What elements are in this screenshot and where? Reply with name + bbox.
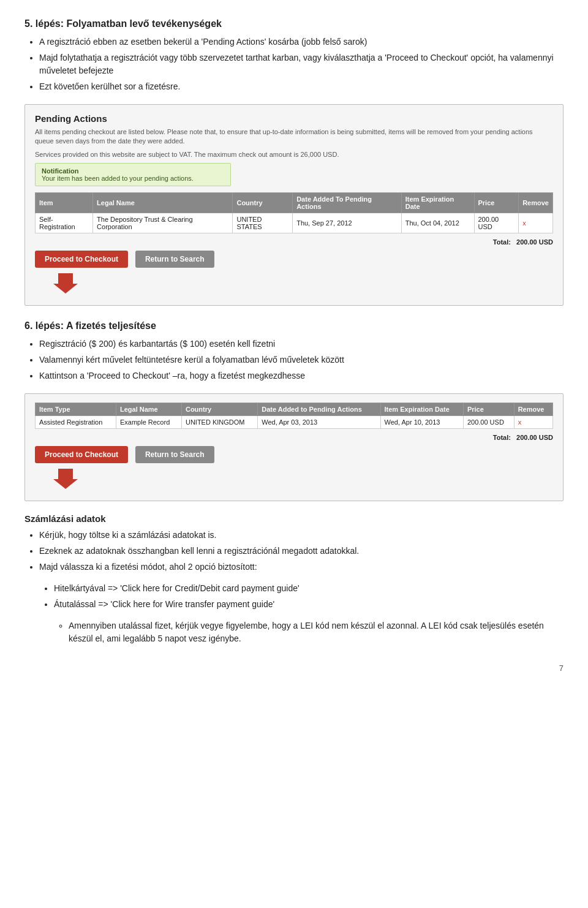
- total-label-1: Total:: [493, 238, 511, 246]
- billing-bullet-1: Kérjük, hogy töltse ki a számlázási adat…: [39, 529, 564, 542]
- billing-sub-bullet-2: Átutalással => 'Click here for Wire tran…: [54, 598, 564, 611]
- col2-price: Price: [463, 403, 514, 416]
- col-item: Item: [36, 193, 93, 213]
- cell-country: UNITED STATES: [233, 213, 293, 233]
- pending-box-desc1: All items pending checkout are listed be…: [35, 127, 553, 146]
- billing-bullet-3: Majd válassza ki a fizetési módot, ahol …: [39, 561, 564, 573]
- col-legal-name: Legal Name: [93, 193, 233, 213]
- total-row-2: Total: 200.00 USD: [35, 434, 553, 441]
- cell2-item-type: Assisted Registration: [36, 416, 116, 429]
- notification-title: Notification: [42, 167, 79, 175]
- notification-text: Your item has been added to your pending…: [42, 175, 194, 182]
- col-expiration: Item Expiration Date: [401, 193, 474, 213]
- step5-bullet-2: Majd folytathatja a regisztrációt vagy t…: [39, 51, 564, 77]
- arrow-down-1: [53, 270, 553, 297]
- col2-country: Country: [181, 403, 257, 416]
- cell-expiration: Thu, Oct 04, 2012: [401, 213, 474, 233]
- step6-bullet-3: Kattintson a 'Proceed to Checkout' –ra, …: [39, 369, 564, 382]
- col-remove: Remove: [519, 193, 553, 213]
- total-label-2: Total:: [493, 434, 511, 441]
- step6-title: 6. lépés: A fizetés teljesítése: [24, 320, 564, 331]
- cell2-legal-name: Example Record: [116, 416, 181, 429]
- cell-legal-name: The Depository Trust & Clearing Corporat…: [93, 213, 233, 233]
- return-search-btn-1[interactable]: Return to Search: [135, 251, 214, 268]
- cell-remove[interactable]: x: [519, 213, 553, 233]
- billing-note: Amennyiben utalással fizet, kérjük vegye…: [69, 619, 564, 645]
- step6-bullets: Regisztráció ($ 200) és karbantartás ($ …: [39, 338, 564, 382]
- col2-remove: Remove: [514, 403, 552, 416]
- billing-title: Számlázási adatok: [24, 513, 564, 524]
- pending-actions-table-1: Item Legal Name Country Date Added To Pe…: [35, 192, 553, 233]
- total-value-2: 200.00 USD: [516, 434, 553, 441]
- table-row-2: Assisted Registration Example Record UNI…: [36, 416, 553, 429]
- step5-bullet-3: Ezt követően kerülhet sor a fizetésre.: [39, 80, 564, 93]
- button-group-1: Proceed to Checkout Return to Search: [35, 251, 553, 268]
- proceed-checkout-btn-1[interactable]: Proceed to Checkout: [35, 251, 128, 268]
- cell-item: Self-Registration: [36, 213, 93, 233]
- step6-bullet-2: Valamennyi kért művelet feltüntetésre ke…: [39, 354, 564, 366]
- pending-box-desc2: Services provided on this website are su…: [35, 150, 553, 159]
- arrow-down-2: [53, 466, 553, 492]
- billing-bullets: Kérjük, hogy töltse ki a számlázási adat…: [39, 529, 564, 573]
- billing-sub-bullet-1: Hitelkártyával => 'Click here for Credit…: [54, 582, 564, 595]
- cell2-date-added: Wed, Apr 03, 2013: [258, 416, 380, 429]
- total-row-1: Total: 200.00 USD: [35, 238, 553, 246]
- table-row: Self-Registration The Depository Trust &…: [36, 213, 553, 233]
- cell2-price: 200.00 USD: [463, 416, 514, 429]
- return-search-btn-2[interactable]: Return to Search: [135, 446, 214, 463]
- total-value-1: 200.00 USD: [516, 238, 553, 246]
- step5-bullets: A regisztráció ebben az esetben bekerül …: [39, 36, 564, 93]
- cell2-remove[interactable]: x: [514, 416, 552, 429]
- billing-sub-bullets: Hitelkártyával => 'Click here for Credit…: [54, 582, 564, 611]
- col2-legal-name: Legal Name: [116, 403, 181, 416]
- notification-bar: Notification Your item has been added to…: [35, 163, 231, 186]
- step5-bullet-1: A regisztráció ebben az esetben bekerül …: [39, 36, 564, 48]
- pending-actions-table-2: Item Type Legal Name Country Date Added …: [35, 403, 553, 429]
- billing-bullet-2: Ezeknek az adatoknak összhangban kell le…: [39, 545, 564, 558]
- button-group-2: Proceed to Checkout Return to Search: [35, 446, 553, 463]
- page-number: 7: [24, 664, 564, 673]
- pending-actions-box-1: Pending Actions All items pending checko…: [24, 104, 564, 306]
- col2-date-added: Date Added to Pending Actions: [258, 403, 380, 416]
- col2-expiration: Item Expiration Date: [380, 403, 463, 416]
- cell2-expiration: Wed, Apr 10, 2013: [380, 416, 463, 429]
- cell-price: 200.00 USD: [474, 213, 519, 233]
- svg-marker-0: [53, 273, 78, 293]
- pending-actions-box-2: Item Type Legal Name Country Date Added …: [24, 393, 564, 501]
- billing-note-list: Amennyiben utalással fizet, kérjük vegye…: [69, 619, 564, 645]
- col2-item-type: Item Type: [36, 403, 116, 416]
- cell2-country: UNITED KINGDOM: [181, 416, 257, 429]
- pending-box-title: Pending Actions: [35, 113, 553, 124]
- col-date-added: Date Added To Pending Actions: [293, 193, 402, 213]
- col-country: Country: [233, 193, 293, 213]
- step5-title: 5. lépés: Folyamatban levő tevékenységek: [24, 18, 564, 29]
- col-price: Price: [474, 193, 519, 213]
- step6-bullet-1: Regisztráció ($ 200) és karbantartás ($ …: [39, 338, 564, 350]
- svg-marker-1: [53, 469, 78, 489]
- cell-date-added: Thu, Sep 27, 2012: [293, 213, 402, 233]
- proceed-checkout-btn-2[interactable]: Proceed to Checkout: [35, 446, 128, 463]
